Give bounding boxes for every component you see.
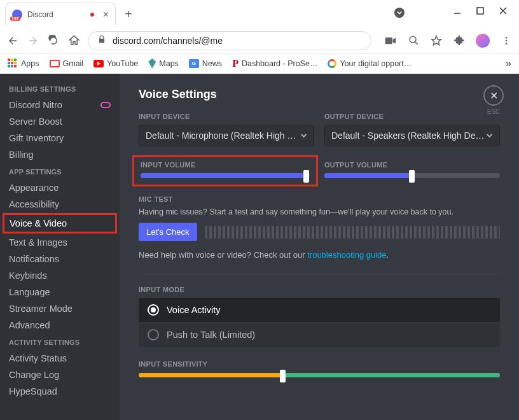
forward-icon[interactable] [27, 35, 39, 46]
output-device-label: OUTPUT DEVICE [324, 113, 500, 120]
sidebar-item-hypesquad[interactable]: HypeSquad [4, 383, 116, 400]
input-volume-slider[interactable] [141, 173, 310, 178]
chevron-down-icon [300, 132, 307, 139]
profile-chevron-icon[interactable] [394, 8, 405, 18]
sidebar-item-voice-video[interactable]: Voice & Video [4, 215, 115, 232]
slider-thumb[interactable] [280, 370, 286, 382]
troubleshooting-link[interactable]: troubleshooting guide [307, 250, 386, 260]
close-tab-icon[interactable]: × [103, 9, 109, 20]
input-device-label: INPUT DEVICE [139, 113, 314, 120]
home-icon[interactable] [67, 34, 80, 46]
chevron-down-icon [486, 132, 493, 139]
zoom-icon[interactable] [407, 35, 420, 46]
sidebar-item-billing[interactable]: Billing [4, 146, 116, 163]
mic-test-description: Having mic issues? Start a test and say … [139, 207, 500, 216]
bookmark-apps[interactable]: Apps [8, 59, 39, 69]
profile-avatar[interactable] [476, 34, 490, 48]
bookmark-digital[interactable]: Your digital opport… [328, 59, 412, 68]
bookmark-dashboard[interactable]: PDashboard - ProSe… [232, 58, 317, 69]
settings-main: ✕ ESC Voice Settings INPUT DEVICE Defaul… [120, 74, 519, 420]
new-tab-button[interactable]: + [125, 7, 132, 22]
tab-title: Discord [27, 10, 53, 19]
discord-favicon: 197 [12, 10, 22, 20]
input-device-select[interactable]: Default - Microphone (Realtek High Defin… [139, 125, 314, 146]
lock-icon [97, 35, 106, 46]
input-mode-option[interactable]: Push to Talk (Limited) [139, 323, 500, 347]
sidebar-item-streamer-mode[interactable]: Streamer Mode [4, 300, 116, 317]
back-icon[interactable] [6, 35, 19, 46]
input-volume-label: INPUT VOLUME [141, 161, 310, 169]
youtube-icon [93, 60, 104, 67]
sensitivity-slider[interactable] [139, 373, 500, 377]
maps-icon [148, 59, 156, 69]
news-icon: G [189, 59, 199, 68]
sidebar-header: BILLING SETTINGS [4, 80, 116, 97]
discord-app: BILLING SETTINGSDiscord NitroServer Boos… [0, 74, 519, 420]
window-controls [453, 0, 519, 15]
bookmark-gmail[interactable]: Gmail [50, 59, 84, 68]
sidebar-item-change-log[interactable]: Change Log [4, 367, 116, 383]
slider-thumb[interactable] [303, 170, 309, 183]
page-title: Voice Settings [139, 88, 500, 101]
radio-icon [148, 329, 159, 340]
recording-indicator-icon [90, 13, 94, 17]
bookmark-news[interactable]: GNews [189, 59, 222, 68]
bookmark-maps[interactable]: Maps [148, 59, 179, 69]
google-icon [328, 59, 336, 68]
window-titlebar: 197 Discord × + [0, 0, 519, 28]
sidebar-item-discord-nitro[interactable]: Discord Nitro [4, 97, 116, 113]
nitro-badge-icon [100, 102, 111, 108]
svg-point-5 [506, 37, 508, 39]
bookmarks-overflow-icon[interactable]: » [506, 58, 511, 69]
pinterest-icon: P [232, 58, 239, 69]
camera-icon[interactable] [384, 36, 397, 45]
output-volume-slider[interactable] [324, 173, 500, 178]
output-volume-label: OUTPUT VOLUME [324, 161, 500, 169]
close-settings-button[interactable]: ✕ ESC [483, 85, 504, 115]
svg-point-6 [506, 39, 508, 41]
extensions-icon[interactable] [453, 35, 466, 46]
maximize-icon[interactable] [476, 6, 485, 15]
section-divider [139, 274, 500, 274]
lets-check-button[interactable]: Let's Check [139, 223, 197, 241]
sidebar-item-keybinds[interactable]: Keybinds [4, 267, 116, 284]
sidebar-item-activity-status[interactable]: Activity Status [4, 350, 116, 367]
sidebar-header: APP SETTINGS [4, 163, 116, 179]
active-item-highlight: Voice & Video [3, 213, 117, 234]
close-icon: ✕ [483, 85, 504, 106]
svg-point-7 [506, 43, 508, 45]
output-device-select[interactable]: Default - Speakers (Realtek High Definit… [324, 125, 500, 146]
radio-icon [148, 304, 159, 316]
bookmark-youtube[interactable]: YouTube [93, 59, 138, 68]
minimize-icon[interactable] [453, 6, 462, 15]
sidebar-item-gift-inventory[interactable]: Gift Inventory [4, 130, 116, 146]
sidebar-item-accessibility[interactable]: Accessibility [4, 196, 116, 213]
settings-sidebar: BILLING SETTINGSDiscord NitroServer Boos… [0, 74, 120, 420]
mic-level-meter [205, 226, 500, 239]
sidebar-item-language[interactable]: Language [4, 284, 116, 300]
slider-thumb[interactable] [409, 170, 415, 183]
star-icon[interactable] [430, 35, 443, 46]
input-mode-option[interactable]: Voice Activity [139, 298, 500, 323]
sidebar-item-text-images[interactable]: Text & Images [4, 234, 116, 251]
help-text: Need help with voice or video? Check out… [139, 250, 500, 260]
sidebar-item-notifications[interactable]: Notifications [4, 251, 116, 267]
svg-line-4 [415, 42, 417, 45]
sidebar-item-appearance[interactable]: Appearance [4, 179, 116, 196]
input-volume-highlight: INPUT VOLUME [132, 155, 318, 186]
browser-tab[interactable]: 197 Discord × [5, 3, 116, 25]
svg-rect-1 [477, 8, 483, 14]
notification-badge: 197 [10, 17, 20, 21]
menu-icon[interactable] [500, 36, 513, 46]
sidebar-item-advanced[interactable]: Advanced [4, 317, 116, 333]
svg-rect-2 [385, 37, 392, 44]
apps-icon [8, 59, 18, 69]
sidebar-header: ACTIVITY SETTINGS [4, 333, 116, 350]
input-mode-group: Voice ActivityPush to Talk (Limited) [139, 298, 500, 347]
input-mode-label: INPUT MODE [139, 286, 500, 293]
sidebar-item-server-boost[interactable]: Server Boost [4, 113, 116, 130]
url-text: discord.com/channels/@me [113, 36, 223, 46]
close-window-icon[interactable] [499, 6, 508, 15]
reload-icon[interactable] [47, 35, 60, 46]
address-bar[interactable]: discord.com/channels/@me [88, 31, 371, 50]
